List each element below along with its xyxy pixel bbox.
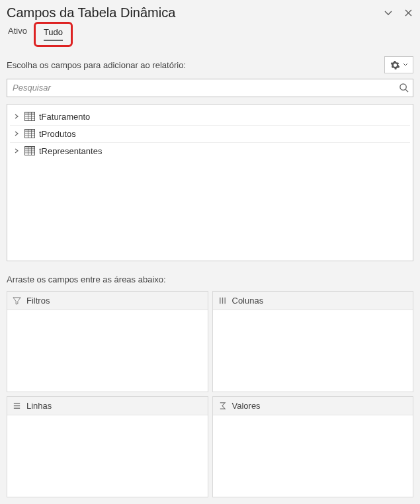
zone-body[interactable] bbox=[7, 415, 208, 497]
search-button[interactable] bbox=[399, 83, 409, 93]
field-name-label: tProdutos bbox=[39, 129, 76, 139]
zone-body[interactable] bbox=[213, 415, 413, 497]
drop-zones-grid: Filtros Colunas Linhas bbox=[7, 291, 413, 497]
svg-point-0 bbox=[400, 84, 406, 90]
chevron-down-icon bbox=[384, 9, 393, 18]
filter-icon bbox=[13, 296, 21, 305]
collapse-button[interactable] bbox=[383, 8, 394, 19]
highlight-annotation: Tudo bbox=[34, 22, 73, 47]
zone-body[interactable] bbox=[213, 310, 413, 392]
expand-caret-icon[interactable] bbox=[14, 114, 21, 119]
field-item[interactable]: tFaturamento bbox=[10, 108, 410, 126]
field-name-label: tFaturamento bbox=[39, 112, 90, 122]
drop-zone-columns[interactable]: Colunas bbox=[212, 291, 414, 392]
caret-down-icon bbox=[403, 62, 408, 67]
sigma-icon bbox=[218, 401, 227, 410]
close-icon bbox=[404, 9, 413, 17]
field-name-label: tRepresentantes bbox=[39, 146, 102, 156]
gear-icon bbox=[390, 60, 400, 70]
field-item[interactable]: tRepresentantes bbox=[10, 143, 410, 159]
expand-caret-icon[interactable] bbox=[14, 131, 21, 136]
zone-body[interactable] bbox=[7, 310, 208, 392]
table-icon bbox=[24, 112, 35, 121]
field-item[interactable]: tProdutos bbox=[10, 126, 410, 143]
expand-caret-icon[interactable] bbox=[14, 148, 21, 153]
svg-rect-6 bbox=[25, 147, 35, 149]
choose-fields-label: Escolha os campos para adicionar ao rela… bbox=[7, 60, 186, 70]
tab-all[interactable]: Tudo bbox=[42, 26, 64, 40]
zone-label: Linhas bbox=[26, 401, 52, 411]
rows-icon bbox=[13, 401, 21, 410]
tab-active[interactable]: Ativo bbox=[7, 24, 28, 47]
zone-label: Colunas bbox=[232, 296, 264, 306]
zone-label: Filtros bbox=[26, 296, 50, 306]
close-button[interactable] bbox=[403, 8, 413, 19]
search-input[interactable] bbox=[13, 83, 399, 93]
drag-fields-label: Arraste os campos entre as áreas abaixo: bbox=[7, 274, 413, 284]
svg-rect-2 bbox=[25, 112, 35, 115]
tools-dropdown[interactable] bbox=[384, 56, 413, 73]
drop-zone-filters[interactable]: Filtros bbox=[7, 291, 208, 392]
table-icon bbox=[24, 146, 35, 155]
columns-icon bbox=[218, 296, 227, 305]
tabs: Ativo Tudo bbox=[7, 24, 413, 47]
search-container bbox=[7, 79, 413, 97]
search-icon bbox=[399, 83, 409, 93]
drop-zone-rows[interactable]: Linhas bbox=[7, 396, 208, 497]
drop-zone-values[interactable]: Valores bbox=[212, 396, 414, 497]
svg-rect-4 bbox=[25, 130, 35, 132]
table-icon bbox=[24, 129, 35, 138]
page-title: Campos da Tabela Dinâmica bbox=[7, 5, 175, 21]
field-list[interactable]: tFaturamento tProdutos tRepresentantes bbox=[7, 104, 413, 261]
zone-label: Valores bbox=[232, 401, 261, 411]
